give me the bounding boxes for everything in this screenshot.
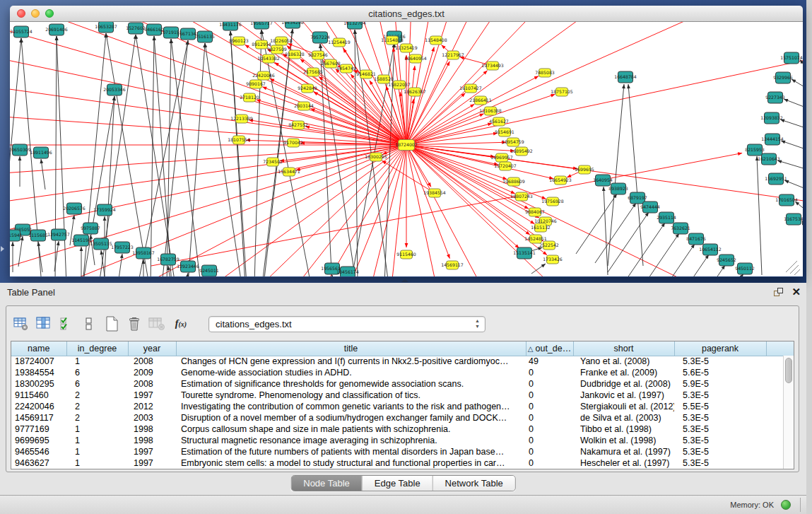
graph-node-18911496[interactable]: 18911496 bbox=[30, 147, 52, 158]
cell[interactable]: 1 bbox=[66, 457, 128, 469]
left-splitter-arrow-icon[interactable] bbox=[1, 246, 4, 252]
graph-node-19756928[interactable]: 19756928 bbox=[541, 197, 564, 206]
graph-node-20206576[interactable]: 20206576 bbox=[63, 203, 86, 214]
cell[interactable]: 49 bbox=[526, 356, 573, 367]
graph-node-18954759[interactable]: 18954759 bbox=[502, 138, 524, 146]
table-row[interactable]: 977716911998Corpus callosum shape and si… bbox=[11, 424, 794, 435]
delete-table-icon[interactable] bbox=[124, 314, 145, 334]
table-vertical-scrollbar[interactable] bbox=[783, 356, 794, 469]
graph-node-1167534[interactable]: 1167534 bbox=[784, 214, 803, 225]
cell[interactable]: 0 bbox=[526, 367, 573, 378]
graph-node-12923446[interactable]: 12923446 bbox=[177, 261, 199, 272]
cell[interactable]: 9465546 bbox=[11, 446, 66, 457]
cell[interactable]: Corpus callosum shape and size in male p… bbox=[176, 424, 526, 435]
cell[interactable]: Hescheler et al. (1997) bbox=[573, 457, 674, 469]
cell[interactable]: Jankovic et al. (1997) bbox=[573, 390, 674, 401]
cell[interactable]: Investigating the contribution of common… bbox=[176, 401, 526, 412]
tab-node-table[interactable]: Node Table bbox=[291, 476, 362, 491]
cell[interactable]: Estimation of significance thresholds fo… bbox=[176, 378, 526, 390]
graph-node-18724007[interactable]: 18724007 bbox=[395, 140, 418, 151]
graph-node-8215953[interactable]: 8215953 bbox=[745, 144, 765, 156]
graph-node-1527602[interactable]: 1527602 bbox=[126, 23, 146, 34]
cell[interactable]: 5.3E-5 bbox=[674, 446, 766, 457]
cell[interactable]: 22420046 bbox=[11, 401, 66, 412]
memory-status-indicator[interactable] bbox=[781, 500, 791, 510]
delete-column-icon[interactable] bbox=[146, 314, 167, 334]
graph-node-13505135[interactable]: 13505135 bbox=[90, 238, 112, 250]
graph-node-17359924[interactable]: 17359924 bbox=[93, 204, 116, 216]
graph-node-7485083[interactable]: 7485083 bbox=[535, 69, 555, 77]
cell[interactable]: 18300295 bbox=[11, 378, 66, 390]
graph-node-12942757[interactable]: 12942757 bbox=[47, 229, 70, 240]
graph-node-4561627[interactable]: 4561627 bbox=[489, 117, 509, 126]
graph-node-9884067[interactable]: 9884067 bbox=[525, 208, 545, 216]
new-table-icon[interactable] bbox=[101, 314, 122, 334]
network-view-window[interactable]: citations_edges.txt 18724007210557242069… bbox=[10, 6, 803, 277]
graph-node-9827546[interactable]: 9827546 bbox=[308, 51, 328, 59]
graph-node-12444154[interactable]: 12444154 bbox=[761, 134, 784, 145]
cell[interactable]: 5.3E-5 bbox=[674, 356, 766, 367]
cell[interactable]: 5.6E-5 bbox=[674, 367, 766, 378]
graph-node-9329966[interactable]: 9329966 bbox=[773, 72, 793, 83]
graph-node-21866411[interactable]: 21866411 bbox=[469, 96, 492, 105]
cell[interactable]: 0 bbox=[526, 435, 573, 446]
graph-node-17957223[interactable]: 17957223 bbox=[111, 242, 134, 253]
graph-node-1145194[interactable]: 1145194 bbox=[71, 235, 91, 246]
tab-edge-table[interactable]: Edge Table bbox=[362, 476, 433, 491]
cell[interactable]: Franke et al. (2009) bbox=[573, 367, 674, 378]
cell[interactable]: Disruption of a novel member of a sodium… bbox=[176, 412, 526, 424]
graph-node-18132704[interactable]: 18132704 bbox=[343, 22, 366, 29]
column-header-short[interactable]: short bbox=[573, 341, 674, 356]
cell[interactable]: 2012 bbox=[128, 401, 176, 412]
column-header-title[interactable]: title bbox=[176, 341, 526, 356]
graph-node-10434298[interactable]: 10434298 bbox=[281, 22, 304, 28]
cell[interactable]: Structural magnetic resonance image aver… bbox=[176, 435, 526, 446]
graph-node-18807243[interactable]: 18807243 bbox=[510, 192, 533, 201]
table-row[interactable]: 1872400712008Changes of HCN gene express… bbox=[11, 356, 794, 367]
table-settings-icon[interactable] bbox=[11, 314, 32, 334]
graph-node-9245652[interactable]: 9245652 bbox=[717, 255, 736, 266]
cell[interactable]: 2 bbox=[66, 401, 128, 412]
row-height-icon[interactable] bbox=[78, 314, 100, 334]
cell[interactable]: Estimation of the future numbers of pati… bbox=[176, 446, 526, 457]
graph-node-8427552[interactable]: 8427552 bbox=[288, 121, 308, 129]
table-row[interactable]: 969969511998Structural magnetic resonanc… bbox=[11, 435, 794, 446]
column-header-name[interactable]: name bbox=[11, 341, 66, 356]
cell[interactable]: Nakamura et al. (1997) bbox=[573, 446, 674, 457]
graph-node-12213389[interactable]: 12213389 bbox=[230, 115, 253, 123]
cell[interactable]: 2008 bbox=[128, 378, 176, 390]
graph-node-15135141[interactable]: 15135141 bbox=[513, 247, 536, 259]
cell[interactable]: 5.5E-5 bbox=[674, 401, 766, 412]
cell[interactable]: 0 bbox=[526, 446, 573, 457]
column-header-out_de…[interactable]: △out_de… bbox=[526, 341, 573, 356]
cell[interactable]: 5.3E-5 bbox=[674, 435, 766, 446]
cell[interactable]: 1997 bbox=[128, 446, 176, 457]
cell[interactable]: 9463627 bbox=[11, 457, 66, 469]
table-row[interactable]: 911546021997Tourette syndrome. Phenomeno… bbox=[11, 390, 794, 401]
network-window-titlebar[interactable]: citations_edges.txt bbox=[10, 6, 803, 22]
graph-node-9827509[interactable]: 9827509 bbox=[267, 45, 287, 54]
function-builder-icon[interactable]: f(x) bbox=[169, 318, 193, 329]
graph-node-18431176[interactable]: 18431176 bbox=[219, 22, 242, 30]
table-selector-dropdown[interactable]: citations_edges.txt ▲▼ bbox=[208, 316, 486, 332]
graph-node-7632621[interactable]: 7632621 bbox=[671, 223, 690, 234]
graph-node-16654923[interactable]: 16654923 bbox=[549, 176, 572, 185]
graph-node-19734493[interactable]: 19734493 bbox=[481, 62, 504, 70]
graph-node-12093832[interactable]: 12093832 bbox=[760, 112, 783, 124]
graph-node-19384554[interactable]: 19384554 bbox=[423, 189, 446, 197]
graph-node-20691406[interactable]: 20691406 bbox=[45, 24, 68, 35]
table-row[interactable]: 1830029562008Estimation of significance … bbox=[11, 378, 794, 390]
graph-node-18107554[interactable]: 18107554 bbox=[228, 136, 250, 144]
cell[interactable]: Wolkin et al. (1998) bbox=[573, 435, 674, 446]
graph-node-15822037[interactable]: 15822037 bbox=[388, 81, 411, 89]
column-header-in_degree[interactable]: in_degree bbox=[66, 341, 128, 356]
cell[interactable]: 2009 bbox=[128, 367, 176, 378]
cell[interactable]: Changes of HCN gene expression and I(f) … bbox=[176, 356, 526, 367]
cell[interactable]: de Silva et al. (2003) bbox=[573, 412, 674, 424]
graph-node-1615132[interactable]: 1615132 bbox=[531, 223, 551, 232]
cell[interactable]: 2 bbox=[66, 390, 128, 401]
graph-node-9154691[interactable]: 9154691 bbox=[495, 128, 514, 136]
cell[interactable]: 1997 bbox=[128, 457, 176, 469]
table-row[interactable]: 946554611997Estimation of the future num… bbox=[11, 446, 794, 457]
column-header-filler[interactable] bbox=[766, 341, 794, 356]
